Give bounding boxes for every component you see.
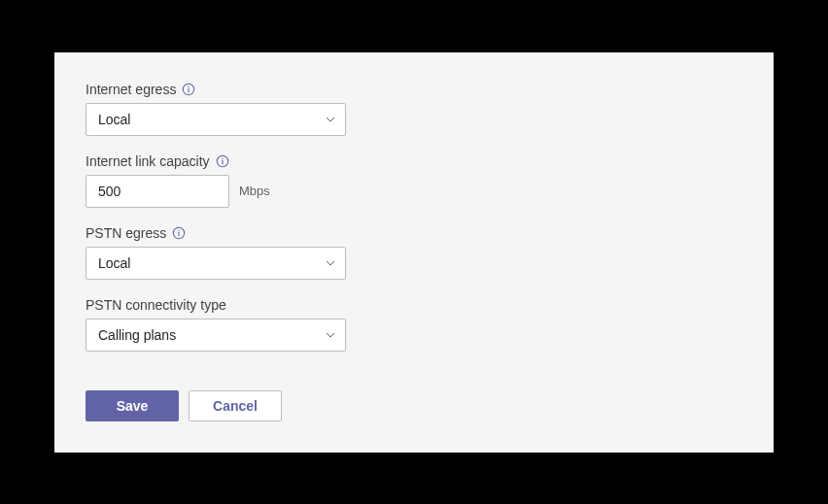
pstn-connectivity-type-field: PSTN connectivity type Calling plans — [86, 297, 742, 352]
label-text: PSTN connectivity type — [86, 297, 226, 313]
label-text: Internet egress — [86, 82, 176, 97]
info-icon[interactable] — [182, 83, 195, 96]
settings-panel: Internet egress Local Internet link capa… — [54, 52, 774, 453]
save-button[interactable]: Save — [86, 390, 179, 421]
internet-link-capacity-field: Internet link capacity Mbps — [86, 153, 742, 208]
pstn-connectivity-type-label: PSTN connectivity type — [86, 297, 742, 313]
capacity-input-row: Mbps — [86, 175, 742, 208]
action-buttons: Save Cancel — [86, 390, 742, 421]
select-value: Local — [86, 103, 346, 136]
internet-egress-select[interactable]: Local — [86, 103, 346, 136]
svg-point-2 — [189, 85, 190, 86]
select-value: Calling plans — [86, 319, 346, 352]
pstn-egress-field: PSTN egress Local — [86, 225, 742, 280]
capacity-input[interactable] — [86, 175, 229, 208]
capacity-unit: Mbps — [239, 184, 270, 198]
label-text: Internet link capacity — [86, 153, 210, 169]
info-icon[interactable] — [216, 154, 229, 168]
label-text: PSTN egress — [86, 225, 166, 241]
pstn-egress-select[interactable]: Local — [86, 247, 346, 280]
svg-point-5 — [222, 157, 223, 158]
info-icon[interactable] — [172, 226, 186, 240]
internet-egress-field: Internet egress Local — [86, 82, 742, 136]
pstn-egress-label: PSTN egress — [86, 225, 742, 241]
internet-link-capacity-label: Internet link capacity — [86, 153, 742, 169]
svg-point-8 — [179, 229, 180, 230]
select-value: Local — [86, 247, 346, 280]
internet-egress-label: Internet egress — [86, 82, 742, 97]
pstn-connectivity-type-select[interactable]: Calling plans — [86, 319, 346, 352]
cancel-button[interactable]: Cancel — [189, 390, 282, 421]
